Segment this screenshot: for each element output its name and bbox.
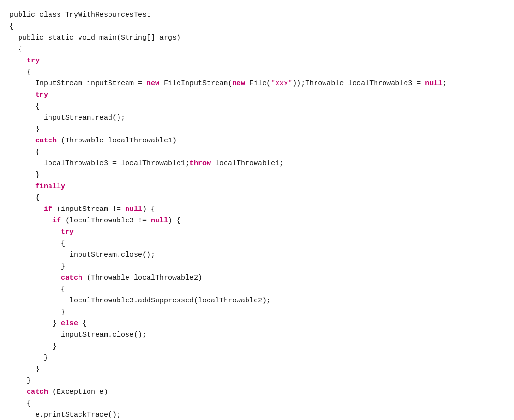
code-line: { [10, 101, 504, 112]
code-line: public static void main(String[] args) [10, 32, 504, 44]
code-line: if (inputStream != null) { [10, 204, 504, 215]
code-line: } [10, 375, 504, 387]
code-line: inputStream.close(); [10, 330, 504, 341]
code-line: inputStream.read(); [10, 112, 504, 124]
code-line: try [10, 55, 504, 67]
code-line: { [10, 67, 504, 78]
code-line: localThrowable3.addSuppressed(localThrow… [10, 295, 504, 307]
code-line: { [10, 284, 504, 295]
code-line: } [10, 307, 504, 318]
code-line: InputStream inputStream = new FileInputS… [10, 78, 504, 90]
code-container: public class TryWithResourcesTest{ publi… [10, 10, 504, 420]
code-line: { [10, 147, 504, 158]
code-line: } [10, 261, 504, 272]
code-line: try [10, 90, 504, 101]
code-line: } [10, 352, 504, 364]
code-line: { [10, 44, 504, 55]
code-line: { [10, 238, 504, 250]
code-line: catch (Throwable localThrowable2) [10, 272, 504, 284]
code-line: } [10, 124, 504, 135]
code-line: if (localThrowable3 != null) { [10, 215, 504, 227]
code-line: { [10, 192, 504, 204]
code-line: localThrowable3 = localThrowable1;throw … [10, 158, 504, 170]
code-line: catch (Exception e) [10, 387, 504, 398]
code-line: } else { [10, 318, 504, 330]
code-line: finally [10, 181, 504, 192]
code-line: catch (Throwable localThrowable1) [10, 135, 504, 147]
code-line: } [10, 364, 504, 375]
code-line: } [10, 341, 504, 352]
code-line: try [10, 227, 504, 238]
code-block: public class TryWithResourcesTest{ publi… [10, 10, 504, 420]
code-line: { [10, 21, 504, 32]
code-line: e.printStackTrace(); [10, 410, 504, 420]
code-line: public class TryWithResourcesTest [10, 10, 504, 21]
code-line: } [10, 170, 504, 181]
code-line: { [10, 398, 504, 410]
code-line: inputStream.close(); [10, 250, 504, 261]
